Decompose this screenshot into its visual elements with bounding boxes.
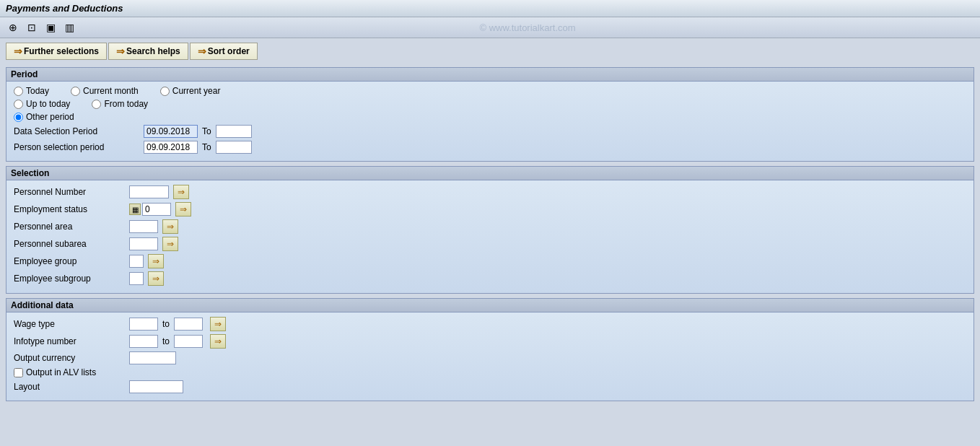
output-currency-label: Output currency bbox=[14, 353, 129, 363]
period-row-3: Other period bbox=[14, 112, 966, 122]
wage-type-arrow-btn[interactable]: ⇒ bbox=[210, 317, 226, 331]
person-selection-label: Person selection period bbox=[14, 142, 144, 152]
tab-sort-order-label: Sort order bbox=[208, 46, 250, 56]
selection-section-body: Personnel Number ⇒ Employment status ▦ ⇒… bbox=[6, 180, 974, 293]
radio-today-input[interactable] bbox=[14, 87, 23, 96]
personnel-area-input[interactable] bbox=[129, 220, 158, 233]
wage-type-to-input[interactable] bbox=[174, 318, 203, 331]
layout-row: Layout bbox=[14, 380, 966, 393]
radio-up-to-today-label: Up to today bbox=[26, 99, 70, 109]
settings-icon[interactable]: ▥ bbox=[62, 20, 76, 35]
tab-sort-order[interactable]: ⇒ Sort order bbox=[190, 43, 258, 60]
radio-current-month[interactable]: Current month bbox=[71, 86, 139, 96]
period-section-body: Today Current month Current year Up to t… bbox=[6, 82, 974, 161]
output-alv-row: Output in ALV lists bbox=[14, 367, 966, 377]
radio-other-period-input[interactable] bbox=[14, 113, 23, 122]
radio-up-to-today[interactable]: Up to today bbox=[14, 99, 70, 109]
output-alv-checkbox[interactable] bbox=[14, 368, 23, 377]
personnel-area-arrow-btn[interactable]: ⇒ bbox=[162, 219, 178, 234]
output-alv-label: Output in ALV lists bbox=[26, 367, 96, 377]
additional-data-section-header: Additional data bbox=[6, 299, 974, 312]
wage-type-row: Wage type to ⇒ bbox=[14, 317, 966, 331]
employee-subgroup-label: Employee subgroup bbox=[14, 274, 129, 284]
selection-section-header: Selection bbox=[6, 167, 974, 180]
info-icon[interactable]: ▣ bbox=[43, 20, 58, 35]
personnel-subarea-arrow-btn[interactable]: ⇒ bbox=[162, 237, 178, 251]
employment-status-arrow-btn[interactable]: ⇒ bbox=[175, 202, 191, 217]
person-selection-from-input[interactable] bbox=[144, 141, 198, 154]
personnel-number-input[interactable] bbox=[129, 185, 169, 198]
tab-search-helps-label: Search helps bbox=[126, 46, 180, 56]
period-section: Period Today Current month Current year bbox=[6, 67, 974, 162]
radio-from-today-input[interactable] bbox=[92, 100, 101, 109]
employment-status-icon[interactable]: ▦ bbox=[129, 204, 141, 215]
forward-icon[interactable]: ⊡ bbox=[25, 20, 39, 35]
infotype-number-to-input[interactable] bbox=[174, 335, 203, 348]
personnel-subarea-input[interactable] bbox=[129, 237, 158, 250]
radio-other-period[interactable]: Other period bbox=[14, 112, 74, 122]
personnel-area-row: Personnel area ⇒ bbox=[14, 219, 966, 234]
output-currency-row: Output currency bbox=[14, 351, 966, 364]
radio-current-year-label: Current year bbox=[172, 86, 221, 96]
person-selection-to-input[interactable] bbox=[216, 141, 252, 154]
personnel-area-label: Personnel area bbox=[14, 222, 129, 232]
person-selection-to-label: To bbox=[202, 142, 211, 152]
employee-subgroup-arrow-btn[interactable]: ⇒ bbox=[148, 271, 164, 286]
wage-type-to-label: to bbox=[162, 319, 170, 329]
infotype-number-arrow-btn[interactable]: ⇒ bbox=[210, 334, 226, 349]
radio-current-month-input[interactable] bbox=[71, 87, 80, 96]
employment-status-label: Employment status bbox=[14, 204, 129, 214]
back-icon[interactable]: ⊕ bbox=[6, 20, 20, 35]
data-selection-label: Data Selection Period bbox=[14, 126, 144, 136]
tab-further-selections[interactable]: ⇒ Further selections bbox=[6, 43, 107, 60]
title-bar: Payments and Deductions bbox=[0, 0, 980, 17]
wage-type-from-input[interactable] bbox=[129, 318, 158, 331]
infotype-number-from-input[interactable] bbox=[129, 335, 158, 348]
employee-group-row: Employee group ⇒ bbox=[14, 254, 966, 268]
period-section-header: Period bbox=[6, 68, 974, 82]
radio-current-year-input[interactable] bbox=[160, 87, 170, 96]
personnel-number-label: Personnel Number bbox=[14, 187, 129, 197]
person-selection-period-row: Person selection period To bbox=[14, 141, 966, 154]
layout-label: Layout bbox=[14, 382, 129, 392]
watermark: © www.tutorialkart.com bbox=[81, 22, 974, 33]
data-selection-to-input[interactable] bbox=[216, 125, 252, 138]
page-title: Payments and Deductions bbox=[6, 3, 123, 14]
radio-current-year[interactable]: Current year bbox=[160, 86, 221, 96]
main-content: Period Today Current month Current year bbox=[0, 64, 980, 408]
radio-up-to-today-input[interactable] bbox=[14, 100, 23, 109]
employment-status-row: Employment status ▦ ⇒ bbox=[14, 202, 966, 217]
tab-bar: ⇒ Further selections ⇒ Search helps ⇒ So… bbox=[0, 38, 980, 64]
radio-other-period-label: Other period bbox=[26, 112, 74, 122]
infotype-number-label: Infotype number bbox=[14, 336, 129, 346]
wage-type-label: Wage type bbox=[14, 319, 129, 329]
radio-today[interactable]: Today bbox=[14, 86, 49, 96]
employment-status-input[interactable] bbox=[142, 203, 171, 216]
radio-from-today[interactable]: From today bbox=[92, 99, 148, 109]
radio-current-month-label: Current month bbox=[83, 86, 139, 96]
infotype-number-to-label: to bbox=[162, 336, 170, 346]
employee-group-arrow-btn[interactable]: ⇒ bbox=[148, 254, 164, 268]
personnel-subarea-label: Personnel subarea bbox=[14, 239, 129, 249]
employee-subgroup-input[interactable] bbox=[129, 272, 144, 285]
search-helps-arrow-icon: ⇒ bbox=[116, 45, 125, 57]
data-selection-to-label: To bbox=[202, 126, 211, 136]
sort-order-arrow-icon: ⇒ bbox=[198, 45, 206, 57]
period-row-2: Up to today From today bbox=[14, 99, 966, 109]
selection-section: Selection Personnel Number ⇒ Employment … bbox=[6, 166, 974, 294]
data-selection-from-input[interactable] bbox=[144, 125, 198, 138]
layout-input[interactable] bbox=[129, 380, 183, 393]
radio-from-today-label: From today bbox=[104, 99, 148, 109]
data-selection-period-row: Data Selection Period To bbox=[14, 125, 966, 138]
employee-group-input[interactable] bbox=[129, 255, 144, 268]
personnel-subarea-row: Personnel subarea ⇒ bbox=[14, 237, 966, 251]
employee-group-label: Employee group bbox=[14, 256, 129, 266]
infotype-number-row: Infotype number to ⇒ bbox=[14, 334, 966, 349]
employee-subgroup-row: Employee subgroup ⇒ bbox=[14, 271, 966, 286]
tab-further-selections-label: Further selections bbox=[24, 46, 99, 56]
period-row-1: Today Current month Current year bbox=[14, 86, 966, 96]
personnel-number-arrow-btn[interactable]: ⇒ bbox=[173, 185, 189, 199]
radio-today-label: Today bbox=[26, 86, 49, 96]
output-currency-input[interactable] bbox=[129, 351, 176, 364]
tab-search-helps[interactable]: ⇒ Search helps bbox=[108, 43, 188, 60]
